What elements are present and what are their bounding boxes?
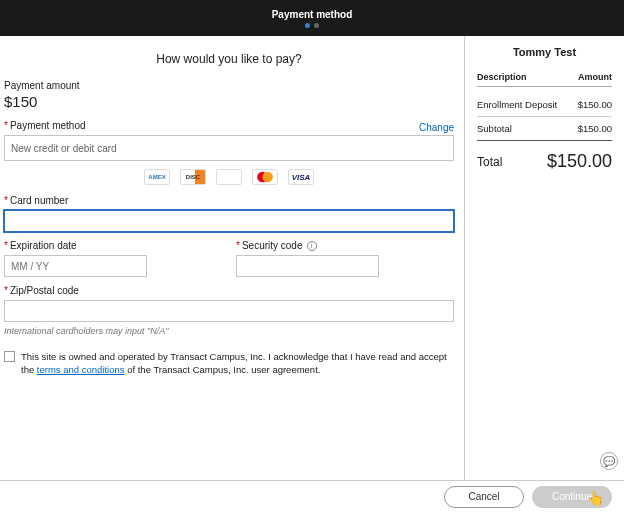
terms-link[interactable]: terms and conditions xyxy=(37,364,125,375)
total-amount: $150.00 xyxy=(547,151,612,172)
footer: Cancel Continue 👆 xyxy=(0,480,624,512)
jcb-icon xyxy=(216,169,242,185)
exp-label: Expiration date xyxy=(10,240,77,251)
chat-icon[interactable]: 💬 xyxy=(600,452,618,470)
change-link[interactable]: Change xyxy=(419,122,454,133)
step-dot-1 xyxy=(305,23,310,28)
line-desc: Enrollment Deposit xyxy=(477,99,557,110)
amount-label: Payment amount xyxy=(4,80,454,91)
header-title: Payment method xyxy=(272,9,353,20)
security-code-input[interactable] xyxy=(236,255,379,277)
total-label: Total xyxy=(477,155,502,169)
terms-checkbox[interactable] xyxy=(4,351,15,362)
line-amt: $150.00 xyxy=(578,99,612,110)
mastercard-icon xyxy=(252,169,278,185)
pm-label: Payment method xyxy=(10,120,86,131)
zip-hint: International cardholders may input "N/A… xyxy=(4,326,454,336)
page-question: How would you like to pay? xyxy=(4,52,454,66)
expiration-input[interactable] xyxy=(4,255,147,277)
subtotal-amt: $150.00 xyxy=(578,123,612,134)
customer-name: Tommy Test xyxy=(477,46,612,58)
zip-input[interactable] xyxy=(4,300,454,322)
pm-select[interactable]: New credit or debit card xyxy=(4,135,454,161)
terms-text: This site is owned and operated by Trans… xyxy=(21,350,454,377)
amt-header: Amount xyxy=(578,72,612,82)
card-label: Card number xyxy=(10,195,68,206)
page-header: Payment method xyxy=(0,0,624,36)
card-number-input[interactable] xyxy=(4,210,454,232)
payment-form: How would you like to pay? Payment amoun… xyxy=(0,36,464,480)
visa-icon: VISA xyxy=(288,169,314,185)
amex-icon: AMEX xyxy=(144,169,170,185)
subtotal-label: Subtotal xyxy=(477,123,512,134)
discover-icon: DISC xyxy=(180,169,206,185)
continue-button[interactable]: Continue xyxy=(532,486,612,508)
sec-label: Security code xyxy=(242,240,303,251)
step-dot-2 xyxy=(314,23,319,28)
required-marker: * xyxy=(4,120,8,131)
cancel-button[interactable]: Cancel xyxy=(444,486,524,508)
desc-header: Description xyxy=(477,72,527,82)
step-dots xyxy=(305,23,319,28)
svg-point-1 xyxy=(262,172,273,183)
card-logos: AMEX DISC VISA xyxy=(4,169,454,185)
amount-value: $150 xyxy=(4,93,454,110)
info-icon[interactable]: i xyxy=(307,241,317,251)
zip-label: Zip/Postal code xyxy=(10,285,79,296)
order-summary: Tommy Test Description Amount Enrollment… xyxy=(464,36,624,480)
